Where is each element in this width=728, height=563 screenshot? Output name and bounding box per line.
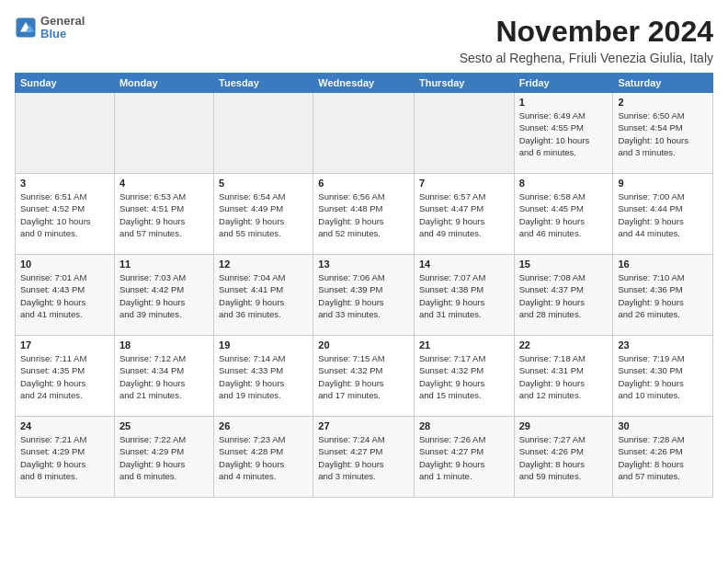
header-cell-saturday: Saturday (613, 74, 713, 93)
day-cell: 11Sunrise: 7:03 AM Sunset: 4:42 PM Dayli… (114, 255, 213, 336)
day-cell: 20Sunrise: 7:15 AM Sunset: 4:32 PM Dayli… (313, 336, 415, 417)
day-info: Sunrise: 7:01 AM Sunset: 4:43 PM Dayligh… (20, 271, 109, 320)
day-info: Sunrise: 6:53 AM Sunset: 4:51 PM Dayligh… (119, 190, 209, 239)
day-cell: 3Sunrise: 6:51 AM Sunset: 4:52 PM Daylig… (16, 174, 115, 255)
header-cell-wednesday: Wednesday (313, 74, 415, 93)
calendar-table: SundayMondayTuesdayWednesdayThursdayFrid… (15, 73, 713, 498)
day-info: Sunrise: 6:54 AM Sunset: 4:49 PM Dayligh… (219, 190, 308, 239)
header-cell-monday: Monday (114, 74, 213, 93)
header-cell-friday: Friday (514, 74, 613, 93)
day-info: Sunrise: 7:08 AM Sunset: 4:37 PM Dayligh… (519, 271, 609, 320)
day-cell: 6Sunrise: 6:56 AM Sunset: 4:48 PM Daylig… (313, 174, 415, 255)
day-number: 21 (419, 339, 509, 350)
day-number: 17 (20, 339, 109, 350)
day-cell: 26Sunrise: 7:23 AM Sunset: 4:28 PM Dayli… (214, 417, 313, 498)
header: General Blue November 2024 Sesto al Regh… (15, 15, 713, 65)
day-cell: 24Sunrise: 7:21 AM Sunset: 4:29 PM Dayli… (16, 417, 115, 498)
day-cell: 2Sunrise: 6:50 AM Sunset: 4:54 PM Daylig… (613, 93, 713, 174)
logo: General Blue (15, 15, 85, 41)
day-info: Sunrise: 7:10 AM Sunset: 4:36 PM Dayligh… (618, 271, 708, 320)
header-cell-sunday: Sunday (16, 74, 115, 93)
day-cell: 21Sunrise: 7:17 AM Sunset: 4:32 PM Dayli… (414, 336, 514, 417)
day-cell (16, 93, 115, 174)
day-cell: 19Sunrise: 7:14 AM Sunset: 4:33 PM Dayli… (214, 336, 313, 417)
day-info: Sunrise: 7:18 AM Sunset: 4:31 PM Dayligh… (519, 352, 609, 401)
day-info: Sunrise: 7:19 AM Sunset: 4:30 PM Dayligh… (618, 352, 708, 401)
day-number: 23 (618, 339, 708, 350)
day-number: 3 (20, 178, 109, 189)
day-number: 22 (519, 339, 609, 350)
day-cell: 4Sunrise: 6:53 AM Sunset: 4:51 PM Daylig… (114, 174, 213, 255)
day-cell: 28Sunrise: 7:26 AM Sunset: 4:27 PM Dayli… (414, 417, 514, 498)
day-cell: 23Sunrise: 7:19 AM Sunset: 4:30 PM Dayli… (613, 336, 713, 417)
day-number: 2 (618, 97, 708, 108)
day-number: 26 (219, 420, 308, 431)
logo-line1: General (40, 15, 85, 28)
day-cell (313, 93, 415, 174)
day-cell: 29Sunrise: 7:27 AM Sunset: 4:26 PM Dayli… (514, 417, 613, 498)
day-number: 27 (318, 420, 409, 431)
title-area: November 2024 Sesto al Reghena, Friuli V… (460, 15, 713, 65)
day-info: Sunrise: 6:58 AM Sunset: 4:45 PM Dayligh… (519, 190, 609, 239)
day-cell: 25Sunrise: 7:22 AM Sunset: 4:29 PM Dayli… (114, 417, 213, 498)
day-cell: 22Sunrise: 7:18 AM Sunset: 4:31 PM Dayli… (514, 336, 613, 417)
day-cell: 5Sunrise: 6:54 AM Sunset: 4:49 PM Daylig… (214, 174, 313, 255)
day-number: 25 (119, 420, 209, 431)
day-info: Sunrise: 6:56 AM Sunset: 4:48 PM Dayligh… (318, 190, 409, 239)
day-cell: 8Sunrise: 6:58 AM Sunset: 4:45 PM Daylig… (514, 174, 613, 255)
day-number: 14 (419, 259, 509, 270)
day-number: 1 (519, 97, 609, 108)
day-cell: 1Sunrise: 6:49 AM Sunset: 4:55 PM Daylig… (514, 93, 613, 174)
day-info: Sunrise: 6:50 AM Sunset: 4:54 PM Dayligh… (618, 109, 708, 158)
day-number: 19 (219, 339, 308, 350)
day-info: Sunrise: 6:49 AM Sunset: 4:55 PM Dayligh… (519, 109, 609, 158)
day-number: 7 (419, 178, 509, 189)
day-cell: 30Sunrise: 7:28 AM Sunset: 4:26 PM Dayli… (613, 417, 713, 498)
day-number: 10 (20, 259, 109, 270)
day-number: 12 (219, 259, 308, 270)
day-info: Sunrise: 7:27 AM Sunset: 4:26 PM Dayligh… (519, 433, 609, 482)
day-cell: 18Sunrise: 7:12 AM Sunset: 4:34 PM Dayli… (114, 336, 213, 417)
day-cell: 12Sunrise: 7:04 AM Sunset: 4:41 PM Dayli… (214, 255, 313, 336)
calendar-body: 1Sunrise: 6:49 AM Sunset: 4:55 PM Daylig… (16, 93, 713, 498)
day-info: Sunrise: 7:24 AM Sunset: 4:27 PM Dayligh… (318, 433, 409, 482)
day-info: Sunrise: 7:11 AM Sunset: 4:35 PM Dayligh… (20, 352, 109, 401)
day-info: Sunrise: 7:21 AM Sunset: 4:29 PM Dayligh… (20, 433, 109, 482)
day-number: 4 (119, 178, 209, 189)
calendar-header: SundayMondayTuesdayWednesdayThursdayFrid… (16, 74, 713, 93)
day-cell: 14Sunrise: 7:07 AM Sunset: 4:38 PM Dayli… (414, 255, 514, 336)
day-info: Sunrise: 7:06 AM Sunset: 4:39 PM Dayligh… (318, 271, 409, 320)
location-title: Sesto al Reghena, Friuli Venezia Giulia,… (460, 51, 713, 65)
week-row-2: 10Sunrise: 7:01 AM Sunset: 4:43 PM Dayli… (16, 255, 713, 336)
day-cell: 9Sunrise: 7:00 AM Sunset: 4:44 PM Daylig… (613, 174, 713, 255)
day-number: 8 (519, 178, 609, 189)
day-cell (214, 93, 313, 174)
day-info: Sunrise: 7:03 AM Sunset: 4:42 PM Dayligh… (119, 271, 209, 320)
day-info: Sunrise: 7:07 AM Sunset: 4:38 PM Dayligh… (419, 271, 509, 320)
day-number: 6 (318, 178, 409, 189)
day-number: 29 (519, 420, 609, 431)
logo-text: General Blue (40, 15, 85, 41)
logo-icon (15, 17, 37, 39)
day-cell: 10Sunrise: 7:01 AM Sunset: 4:43 PM Dayli… (16, 255, 115, 336)
header-cell-tuesday: Tuesday (214, 74, 313, 93)
day-number: 20 (318, 339, 409, 350)
header-cell-thursday: Thursday (414, 74, 514, 93)
day-number: 24 (20, 420, 109, 431)
week-row-3: 17Sunrise: 7:11 AM Sunset: 4:35 PM Dayli… (16, 336, 713, 417)
day-number: 11 (119, 259, 209, 270)
day-info: Sunrise: 7:12 AM Sunset: 4:34 PM Dayligh… (119, 352, 209, 401)
day-info: Sunrise: 7:26 AM Sunset: 4:27 PM Dayligh… (419, 433, 509, 482)
month-title: November 2024 (460, 15, 713, 49)
week-row-0: 1Sunrise: 6:49 AM Sunset: 4:55 PM Daylig… (16, 93, 713, 174)
day-info: Sunrise: 7:28 AM Sunset: 4:26 PM Dayligh… (618, 433, 708, 482)
day-cell: 27Sunrise: 7:24 AM Sunset: 4:27 PM Dayli… (313, 417, 415, 498)
week-row-4: 24Sunrise: 7:21 AM Sunset: 4:29 PM Dayli… (16, 417, 713, 498)
day-number: 5 (219, 178, 308, 189)
day-number: 30 (618, 420, 708, 431)
day-info: Sunrise: 7:22 AM Sunset: 4:29 PM Dayligh… (119, 433, 209, 482)
day-cell: 7Sunrise: 6:57 AM Sunset: 4:47 PM Daylig… (414, 174, 514, 255)
day-info: Sunrise: 7:14 AM Sunset: 4:33 PM Dayligh… (219, 352, 308, 401)
day-number: 15 (519, 259, 609, 270)
day-info: Sunrise: 7:04 AM Sunset: 4:41 PM Dayligh… (219, 271, 308, 320)
